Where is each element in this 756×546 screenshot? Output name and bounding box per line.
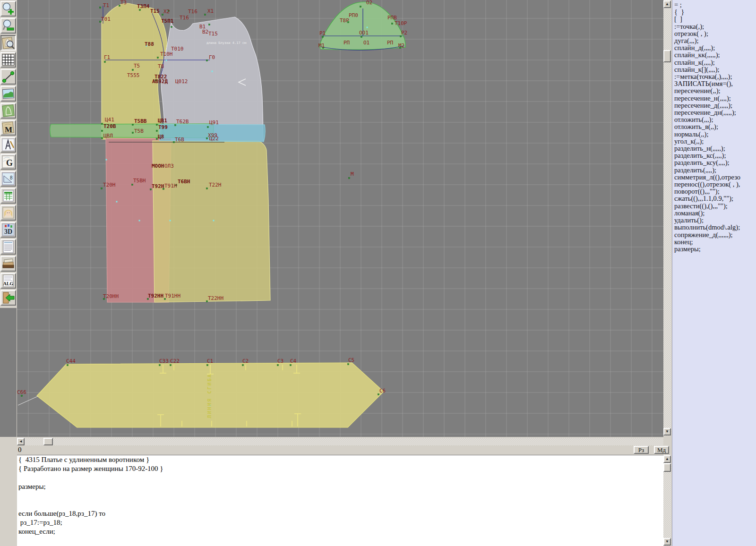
command-item[interactable]: = ; <box>672 1 756 9</box>
vertical-scroll-thumb[interactable] <box>663 50 671 62</box>
pattern-point-cyan <box>212 71 213 72</box>
command-item[interactable]: сплайн_д(,,,,); <box>672 44 756 51</box>
pattern-label: С2 <box>242 358 249 364</box>
piece-button[interactable] <box>0 103 16 119</box>
m-pattern-button[interactable]: M <box>0 120 16 136</box>
pattern-point <box>171 26 172 28</box>
scroll-down-button[interactable]: ▼ <box>663 428 671 435</box>
command-item[interactable]: размеры; <box>672 246 756 253</box>
view-pattern-button[interactable] <box>0 35 16 51</box>
code-line <box>17 491 663 500</box>
pattern-label: О2 <box>366 0 372 6</box>
pattern-label: Р2 <box>401 30 407 36</box>
pattern-label: ОО1 <box>359 30 369 36</box>
command-item[interactable]: :=метка(точка(,),,,,); <box>672 73 756 80</box>
svg-text:ALG: ALG <box>3 281 14 286</box>
books-button[interactable] <box>0 256 16 272</box>
segment-button[interactable] <box>0 69 16 85</box>
scroll-up-button[interactable]: ▲ <box>663 0 671 8</box>
command-item[interactable]: ЗАПИСАТЬ(имя=(), <box>672 80 756 87</box>
list-button[interactable] <box>0 239 16 255</box>
command-item[interactable]: нормаль(,,); <box>672 131 756 138</box>
command-item[interactable]: дуга(,,,); <box>672 37 756 44</box>
portrait-button[interactable] <box>0 205 16 221</box>
scroll-position-value: 0 <box>18 446 22 454</box>
pattern-point <box>290 365 292 366</box>
canvas-horizontal-scrollbar[interactable]: ◄ <box>17 438 663 445</box>
pattern-point <box>349 178 350 179</box>
command-item[interactable]: разделить_ксу(,,,,); <box>672 159 756 166</box>
alg-button[interactable]: ALG <box>0 273 16 289</box>
ruler-button[interactable]: 8 <box>0 171 16 187</box>
draft-icon <box>1 138 15 152</box>
command-item[interactable]: :=точка(,); <box>672 23 756 30</box>
command-item[interactable]: поворот((),,,""); <box>672 188 756 195</box>
algorithm-code-editor[interactable]: { 4315 Платье с удлиненным воротником }{… <box>17 455 663 546</box>
code-scroll-up-button[interactable]: ▲ <box>663 455 671 463</box>
code-vertical-scrollbar[interactable]: ▲ ▼ <box>663 455 671 546</box>
command-item[interactable]: { } <box>672 9 756 16</box>
command-item[interactable]: сопряжение_д(,,,,,,); <box>672 231 756 239</box>
command-item[interactable]: пересечение_д(,,,,,); <box>672 102 756 109</box>
command-item[interactable]: пересечение_дн(,,,,,); <box>672 109 756 116</box>
pattern-point <box>205 14 206 16</box>
grid-button[interactable] <box>0 52 16 68</box>
command-item[interactable]: отложить(,,,); <box>672 116 756 123</box>
pattern-label: МООН <box>152 163 164 169</box>
pattern-label: Т20В <box>103 123 116 129</box>
command-item[interactable]: сплайн_кк(,,,,,); <box>672 51 756 59</box>
exit-icon <box>1 291 15 305</box>
zoom-out-button[interactable] <box>0 18 16 34</box>
command-item[interactable]: пересечение_н(,,,,); <box>672 95 756 102</box>
command-item[interactable]: сплайн_к[](,,,,); <box>672 66 756 73</box>
command-item[interactable]: сплайн_к(,,,,); <box>672 59 756 66</box>
g-letter-button[interactable]: G <box>0 154 16 170</box>
pattern-label: Т10Н <box>160 51 173 57</box>
command-item[interactable]: пересечение(,,); <box>672 87 756 94</box>
three-d-button[interactable]: 3D <box>0 222 16 238</box>
pattern-label: М2 <box>398 43 404 49</box>
pattern-point <box>348 364 349 365</box>
command-item[interactable]: развести((),(),,,""); <box>672 203 756 210</box>
draft-button[interactable] <box>0 137 16 153</box>
drawing-canvas[interactable]: Т1Т01Т3ТЗП4Т15Х2Т16Х1Т5П1Т16В1В2Т15Т88Т0… <box>17 0 663 437</box>
command-item[interactable]: перенос((),отрезок( , ), <box>672 181 756 188</box>
command-item[interactable]: конец; <box>672 239 756 246</box>
command-item[interactable]: удалить(); <box>672 217 756 224</box>
pattern-point <box>102 138 103 139</box>
rz-button[interactable]: Рз <box>634 446 649 454</box>
pattern-point <box>206 188 208 189</box>
scroll-left-button[interactable]: ◄ <box>17 438 25 445</box>
command-item[interactable]: [ ] <box>672 16 756 23</box>
command-item[interactable]: симметрия_л((),отрезо <box>672 174 756 181</box>
command-item[interactable]: угол_к(,,); <box>672 138 756 145</box>
code-scroll-thumb[interactable] <box>663 463 671 472</box>
table-button[interactable] <box>0 188 16 204</box>
command-item[interactable]: отрезок( , ); <box>672 30 756 37</box>
code-scroll-down-button[interactable]: ▼ <box>663 538 671 546</box>
pattern-point <box>242 365 244 366</box>
command-item[interactable]: разделить(,,,,); <box>672 167 756 174</box>
command-item[interactable]: сжать((),,,1.1,0.9,""); <box>672 195 756 202</box>
command-item[interactable]: выполнить(dmod\.alg); <box>672 224 756 231</box>
pattern-label: Ц8 <box>158 134 164 140</box>
command-item[interactable]: разделить_кс(,,,,); <box>672 152 756 159</box>
command-template-panel: = ;{ }[ ]:=точка(,);отрезок( , );дуга(,,… <box>672 0 756 546</box>
command-item[interactable]: разделить_н(,,,,,); <box>672 145 756 152</box>
pattern-label: В2 <box>202 29 208 35</box>
grid-icon <box>1 53 15 67</box>
pattern-label: Т91Н <box>164 183 177 189</box>
pattern-label: Т8Р <box>340 17 349 24</box>
image-button[interactable] <box>0 86 16 102</box>
pattern-label: О1 <box>363 40 369 46</box>
horizontal-scroll-thumb[interactable] <box>43 438 53 445</box>
m-pattern-icon: M <box>1 121 15 135</box>
canvas-vertical-scrollbar[interactable]: ▲ ▼ <box>663 0 671 436</box>
command-item[interactable]: отложить_в(,,); <box>672 123 756 130</box>
md-button[interactable]: Мд <box>654 446 669 454</box>
pattern-label: ЦВ1 <box>158 118 167 124</box>
command-item[interactable]: ломаная(); <box>672 210 756 217</box>
zoom-in-button[interactable] <box>0 1 16 17</box>
pattern-scene[interactable]: Т1Т01Т3ТЗП4Т15Х2Т16Х1Т5П1Т16В1В2Т15Т88Т0… <box>17 0 663 437</box>
exit-button[interactable] <box>0 290 16 306</box>
